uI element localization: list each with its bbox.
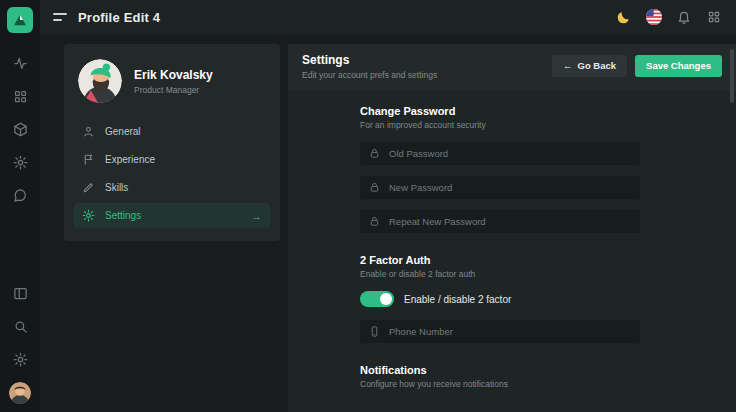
content-area: Erik Kovalsky Product Manager General Ex… (40, 34, 736, 412)
save-changes-button[interactable]: Save Changes (635, 55, 722, 77)
section-subtitle: Enable or disable 2 factor auth (360, 269, 736, 279)
topbar-actions (615, 9, 722, 26)
go-back-button[interactable]: ← Go Back (552, 55, 627, 77)
app-logo[interactable] (7, 7, 33, 33)
chat-icon[interactable] (5, 181, 35, 211)
section-subtitle: Configure how you receive notifications (360, 379, 736, 389)
back-arrow-icon: ← (563, 61, 573, 71)
go-back-label: Go Back (578, 61, 617, 71)
repeat-password-input[interactable] (389, 216, 631, 227)
toggle-knob (380, 293, 392, 305)
section-subtitle: For an improved account security (360, 120, 736, 130)
section-title: 2 Factor Auth (360, 254, 736, 266)
phone-number-input[interactable] (389, 326, 631, 337)
two-factor-section: 2 Factor Auth Enable or disable 2 factor… (360, 254, 736, 343)
phone-number-field (360, 320, 640, 343)
package-icon[interactable] (5, 115, 35, 145)
profile-summary: Erik Kovalsky Product Manager (64, 44, 280, 113)
flag-icon (82, 153, 95, 166)
menu-item-label: General (105, 126, 141, 137)
two-factor-toggle-label: Enable / disable 2 factor (404, 294, 511, 305)
new-password-input[interactable] (389, 182, 631, 193)
settings-gear-icon[interactable] (5, 148, 35, 178)
section-title: Notifications (360, 364, 736, 376)
language-flag-icon[interactable] (645, 9, 662, 26)
app-root: Profile Edit 4 (0, 0, 736, 412)
notifications-bell-icon[interactable] (675, 9, 692, 26)
profile-menu: General Experience Skills Settings → (64, 113, 280, 234)
change-password-section: Change Password For an improved account … (360, 105, 736, 233)
menu-item-skills[interactable]: Skills (74, 175, 270, 200)
main-column: Profile Edit 4 (40, 0, 736, 412)
triangle-logo-icon (12, 12, 28, 28)
old-password-field (360, 142, 640, 165)
dashboard-icon[interactable] (5, 82, 35, 112)
apps-grid-icon[interactable] (705, 9, 722, 26)
icon-sidebar (0, 0, 40, 412)
activity-icon[interactable] (5, 49, 35, 79)
menu-item-experience[interactable]: Experience (74, 147, 270, 172)
pen-icon (82, 181, 95, 194)
scrollbar-thumb[interactable] (730, 49, 734, 103)
menu-item-settings[interactable]: Settings → (74, 203, 270, 228)
settings-title: Settings (302, 53, 437, 67)
panels-icon[interactable] (5, 279, 35, 309)
lock-icon (369, 216, 380, 227)
menu-item-general[interactable]: General (74, 119, 270, 144)
settings-body: Change Password For an improved account … (288, 90, 736, 412)
lock-icon (369, 182, 380, 193)
two-factor-toggle-row: Enable / disable 2 factor (360, 291, 736, 307)
profile-card: Erik Kovalsky Product Manager General Ex… (64, 44, 280, 241)
hamburger-menu-icon[interactable] (53, 13, 67, 21)
section-title: Change Password (360, 105, 736, 117)
settings-subtitle: Edit your account prefs and settings (302, 70, 437, 80)
phone-icon (369, 326, 380, 337)
topbar: Profile Edit 4 (40, 0, 736, 34)
search-icon[interactable] (5, 312, 35, 342)
new-password-field (360, 176, 640, 199)
profile-avatar (78, 59, 122, 103)
settings-header: Settings Edit your account prefs and set… (288, 44, 736, 90)
old-password-input[interactable] (389, 148, 631, 159)
user-icon (82, 125, 95, 138)
profile-identity: Erik Kovalsky Product Manager (134, 68, 213, 95)
profile-name: Erik Kovalsky (134, 68, 213, 82)
forward-arrow-icon: → (251, 210, 262, 222)
menu-item-label: Settings (105, 210, 141, 221)
preferences-gear-icon[interactable] (5, 345, 35, 375)
sidebar-user-avatar[interactable] (9, 382, 31, 404)
gear-icon (82, 209, 95, 222)
menu-item-label: Experience (105, 154, 155, 165)
notifications-section: Notifications Configure how you receive … (360, 364, 736, 389)
two-factor-toggle[interactable] (360, 291, 394, 307)
settings-header-buttons: ← Go Back Save Changes (552, 55, 722, 77)
menu-item-label: Skills (105, 182, 128, 193)
settings-panel: Settings Edit your account prefs and set… (288, 44, 736, 412)
repeat-password-field (360, 210, 640, 233)
lock-icon (369, 148, 380, 159)
profile-role: Product Manager (134, 85, 213, 95)
dark-mode-moon-icon[interactable] (615, 9, 632, 26)
settings-header-text: Settings Edit your account prefs and set… (302, 53, 437, 80)
page-title: Profile Edit 4 (78, 10, 160, 25)
save-changes-label: Save Changes (646, 61, 711, 71)
